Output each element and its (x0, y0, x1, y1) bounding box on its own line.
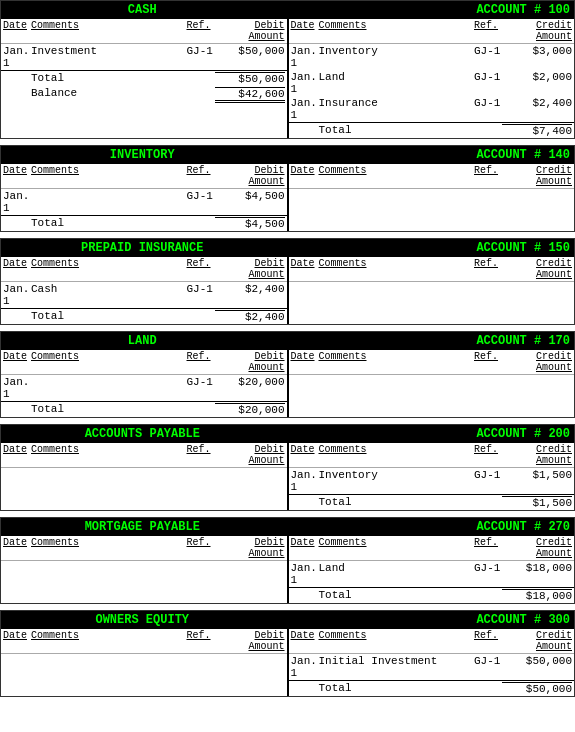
col-amount-left: Debit Amount (215, 165, 285, 187)
col-ref-left: Ref. (187, 351, 215, 373)
right-panel-cash: DateCommentsRef.Credit AmountJan. 1Inven… (289, 19, 575, 138)
entry-date: Jan. 1 (291, 97, 319, 121)
right-panel-accounts-payable: DateCommentsRef.Credit AmountJan. 1Inven… (289, 443, 575, 510)
col-amount-right: Credit Amount (502, 444, 572, 466)
col-comments-right: Comments (319, 165, 475, 187)
entry-comments: Investment (31, 45, 187, 69)
col-date-left: Date (3, 537, 31, 559)
left-panel-inventory: DateCommentsRef.Debit AmountJan. 1GJ-1$4… (1, 164, 289, 231)
header-mortgage-payable: MORTGAGE PAYABLEACCOUNT # 270 (1, 518, 574, 536)
col-comments-right: Comments (319, 258, 475, 280)
col-amount-left: Debit Amount (215, 351, 285, 373)
right-panel-prepaid-insurance: DateCommentsRef.Credit Amount (289, 257, 575, 324)
left-panel-mortgage-payable: DateCommentsRef.Debit Amount (1, 536, 289, 603)
header-land: LANDACCOUNT # 170 (1, 332, 574, 350)
total-amount: $4,500 (215, 217, 285, 230)
col-date-right: Date (291, 444, 319, 466)
entry-ref: GJ-1 (474, 45, 502, 69)
title-right-land: ACCOUNT # 170 (284, 332, 575, 350)
col-amount-left: Debit Amount (215, 258, 285, 280)
col-date-left: Date (3, 444, 31, 466)
col-ref-right: Ref. (474, 537, 502, 559)
total-row-left-prepaid-insurance: Total$2,400 (1, 308, 287, 324)
body-owners-equity: DateCommentsRef.Debit AmountDateComments… (1, 629, 574, 696)
col-comments-left: Comments (31, 258, 187, 280)
entry-amount: $2,400 (215, 283, 285, 307)
total-amount: $50,000 (502, 682, 572, 695)
col-comments-right: Comments (319, 444, 475, 466)
section-prepaid-insurance: PREPAID INSURANCEACCOUNT # 150DateCommen… (0, 238, 575, 325)
col-ref-right: Ref. (474, 258, 502, 280)
col-amount-right: Credit Amount (502, 258, 572, 280)
col-amount-left: Debit Amount (215, 537, 285, 559)
title-left-inventory: INVENTORY (1, 146, 284, 164)
col-amount-right: Credit Amount (502, 165, 572, 187)
entry-date: Jan. 1 (291, 562, 319, 586)
col-date-left: Date (3, 630, 31, 652)
section-owners-equity: OWNERS EQUITYACCOUNT # 300DateCommentsRe… (0, 610, 575, 697)
body-land: DateCommentsRef.Debit AmountJan. 1GJ-1$2… (1, 350, 574, 417)
col-ref-left: Ref. (187, 20, 215, 42)
col-date-right: Date (291, 258, 319, 280)
section-accounts-payable: ACCOUNTS PAYABLEACCOUNT # 200DateComment… (0, 424, 575, 511)
total-label: Total (291, 124, 503, 137)
title-right-mortgage-payable: ACCOUNT # 270 (284, 518, 575, 536)
entry-ref: GJ-1 (474, 71, 502, 95)
total-row-right-cash: Total$7,400 (289, 122, 575, 138)
entry-comments: Cash (31, 283, 187, 307)
col-headers-right-owners-equity: DateCommentsRef.Credit Amount (289, 629, 575, 654)
total-row-right-mortgage-payable: Total$18,000 (289, 587, 575, 603)
entry-comments: Inventory (319, 469, 475, 493)
total-amount: $2,400 (215, 310, 285, 323)
entry-amount: $4,500 (215, 190, 285, 214)
entry-date: Jan. 1 (291, 45, 319, 69)
total-amount: $1,500 (502, 496, 572, 509)
entry-left-cash-0: Jan. 1InvestmentGJ-1$50,000 (1, 44, 287, 70)
left-panel-accounts-payable: DateCommentsRef.Debit Amount (1, 443, 289, 510)
left-panel-cash: DateCommentsRef.Debit AmountJan. 1Invest… (1, 19, 289, 138)
body-prepaid-insurance: DateCommentsRef.Debit AmountJan. 1CashGJ… (1, 257, 574, 324)
col-amount-left: Debit Amount (215, 630, 285, 652)
entry-ref: GJ-1 (187, 283, 215, 307)
entry-right-cash-0: Jan. 1InventoryGJ-1$3,000 (289, 44, 575, 70)
col-ref-right: Ref. (474, 165, 502, 187)
col-date-left: Date (3, 351, 31, 373)
body-mortgage-payable: DateCommentsRef.Debit AmountDateComments… (1, 536, 574, 603)
col-headers-left-mortgage-payable: DateCommentsRef.Debit Amount (1, 536, 287, 561)
right-panel-mortgage-payable: DateCommentsRef.Credit AmountJan. 1LandG… (289, 536, 575, 603)
total-row-right-owners-equity: Total$50,000 (289, 680, 575, 696)
entry-comments: Land (319, 562, 475, 586)
entry-right-mortgage-payable-0: Jan. 1LandGJ-1$18,000 (289, 561, 575, 587)
header-cash: CASHACCOUNT # 100 (1, 1, 574, 19)
entry-ref: GJ-1 (187, 45, 215, 69)
entry-amount: $3,000 (502, 45, 572, 69)
left-panel-land: DateCommentsRef.Debit AmountJan. 1GJ-1$2… (1, 350, 289, 417)
col-date-left: Date (3, 165, 31, 187)
balance-row-left-cash: Balance$42,600 (1, 86, 287, 104)
col-date-right: Date (291, 20, 319, 42)
col-comments-left: Comments (31, 20, 187, 42)
total-amount: $7,400 (502, 124, 572, 137)
col-date-right: Date (291, 351, 319, 373)
entry-date: Jan. 1 (3, 45, 31, 69)
col-comments-right: Comments (319, 537, 475, 559)
total-amount: $20,000 (215, 403, 285, 416)
entry-ref: GJ-1 (474, 562, 502, 586)
col-amount-right: Credit Amount (502, 20, 572, 42)
entry-comments: Insurance (319, 97, 475, 121)
total-label: Total (291, 496, 503, 509)
entry-amount: $2,400 (502, 97, 572, 121)
col-comments-left: Comments (31, 351, 187, 373)
header-owners-equity: OWNERS EQUITYACCOUNT # 300 (1, 611, 574, 629)
ledger-app: CASHACCOUNT # 100DateCommentsRef.Debit A… (0, 0, 575, 697)
title-left-mortgage-payable: MORTGAGE PAYABLE (1, 518, 284, 536)
col-amount-left: Debit Amount (215, 20, 285, 42)
col-comments-left: Comments (31, 537, 187, 559)
entry-date: Jan. 1 (291, 469, 319, 493)
col-headers-left-cash: DateCommentsRef.Debit Amount (1, 19, 287, 44)
total-row-right-accounts-payable: Total$1,500 (289, 494, 575, 510)
col-ref-left: Ref. (187, 165, 215, 187)
col-date-right: Date (291, 165, 319, 187)
col-comments-left: Comments (31, 165, 187, 187)
col-date-left: Date (3, 258, 31, 280)
